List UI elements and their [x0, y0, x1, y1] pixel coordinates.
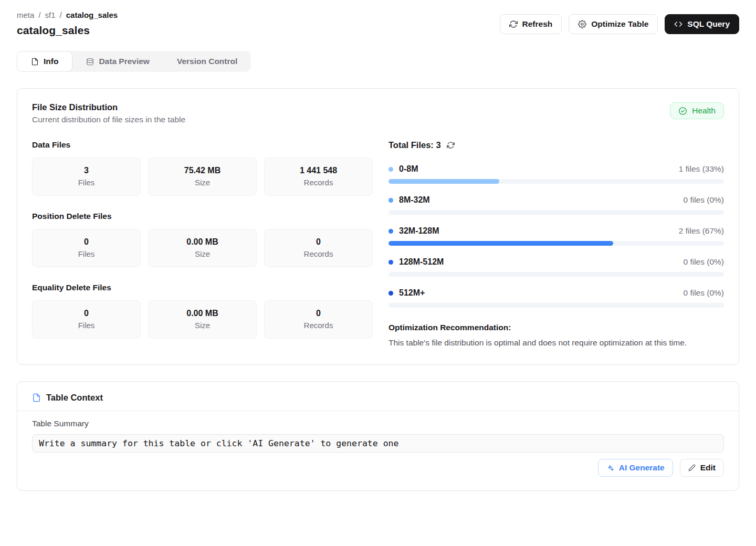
sql-query-button-label: SQL Query: [687, 19, 730, 29]
breadcrumb-item-sf1[interactable]: sf1: [45, 10, 56, 19]
range-dot: [388, 167, 393, 172]
distribution-bar: [388, 210, 724, 215]
page-title: catalog_sales: [17, 24, 118, 37]
header-left: meta / sf1 / catalog_sales catalog_sales: [17, 10, 118, 37]
distribution-column: Total Files: 3 0-8M 1 files (33%): [388, 140, 724, 349]
stat-label: Files: [37, 249, 136, 258]
refresh-distribution-icon[interactable]: [447, 141, 455, 149]
ai-generate-button-label: AI Generate: [619, 463, 665, 473]
page: meta / sf1 / catalog_sales catalog_sales…: [0, 0, 756, 503]
stat-box-files: 3 Files: [32, 158, 141, 196]
table-summary-label: Table Summary: [32, 419, 724, 428]
range-label: 8M-32M: [399, 195, 430, 205]
stat-box-size: 0.00 MB Size: [148, 229, 257, 267]
stat-value: 75.42 MB: [153, 166, 252, 175]
equality-delete-files-section: Equality Delete Files 0 Files 0.00 MB Si…: [32, 283, 373, 339]
range-count: 0 files (0%): [683, 257, 724, 267]
file-icon: [31, 58, 39, 66]
optimize-table-button-label: Optimize Table: [591, 19, 648, 29]
code-icon: [674, 20, 682, 28]
pencil-icon: [688, 464, 696, 471]
stat-value: 0.00 MB: [153, 237, 252, 247]
tab-info[interactable]: Info: [17, 51, 72, 72]
refresh-icon: [509, 20, 518, 28]
breadcrumb-item-meta[interactable]: meta: [17, 10, 34, 19]
stat-box-records: 1 441 548 Records: [264, 158, 373, 196]
breadcrumb: meta / sf1 / catalog_sales: [17, 10, 118, 19]
sparkle-icon: [606, 464, 614, 472]
recommendation-text: This table's file distribution is optima…: [388, 337, 724, 349]
range-label: 128M-512M: [399, 257, 444, 267]
table-context-body: Table Summary AI Generate Edit: [17, 411, 739, 490]
tab-data-preview-label: Data Preview: [99, 57, 150, 66]
optimize-table-button[interactable]: Optimize Table: [569, 14, 658, 34]
stat-box-size: 75.42 MB Size: [148, 158, 257, 196]
distribution-bar: [388, 241, 724, 246]
stat-label: Records: [269, 249, 368, 258]
card-title: File Size Distribution: [32, 102, 185, 112]
position-delete-files-section: Position Delete Files 0 Files 0.00 MB Si…: [32, 212, 373, 267]
health-badge-label: Health: [692, 106, 716, 116]
distribution-row-8m-32m: 8M-32M 0 files (0%): [388, 195, 724, 215]
stat-box-records: 0 Records: [264, 300, 373, 339]
range-dot: [388, 260, 393, 265]
stat-box-files: 0 Files: [32, 229, 141, 267]
stat-value: 0: [37, 309, 136, 318]
table-context-header: Table Context: [17, 382, 739, 411]
file-size-card-titles: File Size Distribution Current distribut…: [32, 102, 185, 124]
edit-button[interactable]: Edit: [680, 459, 724, 477]
range-label: 512M+: [399, 288, 425, 298]
breadcrumb-item-current: catalog_sales: [66, 10, 118, 19]
section-title: Data Files: [32, 140, 373, 150]
database-icon: [86, 58, 94, 66]
tab-data-preview[interactable]: Data Preview: [72, 51, 163, 72]
ai-generate-button[interactable]: AI Generate: [598, 459, 673, 477]
range-dot: [388, 291, 393, 296]
page-header: meta / sf1 / catalog_sales catalog_sales…: [17, 10, 739, 37]
table-context-title: Table Context: [46, 393, 103, 403]
stat-label: Files: [37, 178, 136, 187]
gear-icon: [578, 20, 586, 28]
stat-label: Size: [153, 178, 252, 187]
document-icon: [32, 393, 41, 402]
refresh-button[interactable]: Refresh: [500, 14, 562, 34]
distribution-row-512m-plus: 512M+ 0 files (0%): [388, 288, 724, 308]
health-badge[interactable]: Health: [670, 102, 724, 119]
stat-label: Size: [153, 249, 252, 258]
stat-box-size: 0.00 MB Size: [148, 300, 257, 339]
distribution-row-0-8m: 0-8M 1 files (33%): [388, 164, 724, 184]
stat-value: 0: [269, 237, 368, 247]
edit-button-label: Edit: [700, 463, 716, 473]
sql-query-button[interactable]: SQL Query: [665, 14, 739, 34]
stat-box-files: 0 Files: [32, 300, 141, 339]
table-summary-input[interactable]: [32, 434, 724, 453]
range-dot: [388, 198, 393, 203]
range-label: 0-8M: [399, 164, 418, 174]
table-context-actions: AI Generate Edit: [32, 459, 724, 477]
stat-value: 0: [269, 309, 368, 318]
check-circle-icon: [678, 107, 687, 116]
refresh-button-label: Refresh: [522, 19, 553, 29]
distribution-row-128m-512m: 128M-512M 0 files (0%): [388, 257, 724, 277]
file-stats-column: Data Files 3 Files 75.42 MB Size: [32, 140, 373, 349]
tab-version-control-label: Version Control: [177, 57, 237, 66]
range-label: 32M-128M: [399, 226, 439, 236]
stat-label: Size: [153, 321, 252, 330]
file-size-card-header: File Size Distribution Current distribut…: [32, 102, 724, 124]
stat-label: Records: [269, 321, 368, 330]
range-count: 2 files (67%): [679, 226, 724, 236]
range-count: 1 files (33%): [679, 164, 724, 174]
section-title: Position Delete Files: [32, 212, 373, 221]
file-size-distribution-card: File Size Distribution Current distribut…: [17, 88, 739, 365]
range-dot: [388, 229, 393, 234]
stat-value: 0: [37, 237, 136, 247]
tab-info-label: Info: [44, 57, 58, 66]
stat-value: 1 441 548: [269, 166, 368, 175]
tab-version-control[interactable]: Version Control: [163, 51, 251, 72]
total-files-row: Total Files: 3: [388, 140, 724, 150]
stat-value: 0.00 MB: [153, 309, 252, 318]
table-context-card: Table Context Table Summary AI Generate …: [17, 381, 739, 491]
distribution-bar: [388, 179, 724, 184]
stat-label: Files: [37, 321, 136, 330]
stat-value: 3: [37, 166, 136, 175]
